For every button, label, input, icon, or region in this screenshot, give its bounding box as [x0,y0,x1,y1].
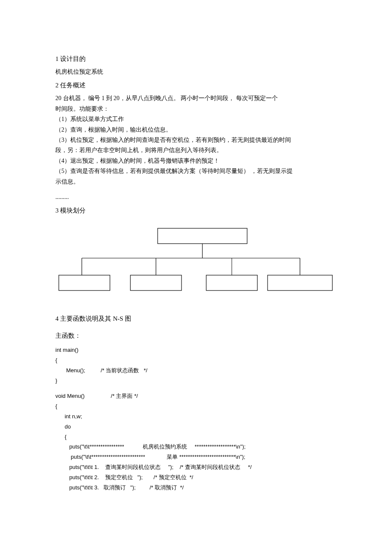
code-line: int n,w; [55,412,337,421]
code-line: Menu(); /* 当前状态函数 */ [55,366,337,375]
section-2-title: 2 任务概述 [55,80,337,90]
code-line: } [55,377,337,385]
req-item-3b: 段，另：若用户在非空时间上机，则将用户信息列入等待列表。 [55,146,337,155]
section-2-lead2: 时间段。功能要求： [55,104,337,114]
req-item-2: （2）查询，根据输入时间，输出机位信息。 [55,125,337,135]
svg-rect-10 [206,275,257,290]
code-line: do [55,423,337,431]
svg-rect-11 [268,275,332,290]
code-line: { [55,402,337,411]
svg-rect-8 [59,275,110,290]
req-item-1: （1）系统以菜单方式工作 [55,115,337,124]
code-line: int main() [55,346,337,355]
svg-rect-9 [130,275,182,290]
main-function-label: 主函数： [55,331,337,341]
code-line: void Menu() /* 主界面 */ [55,392,337,401]
code-line: puts("\t\t**************** 机房机位预约系统 ****… [55,443,337,451]
code-line: { [55,433,337,442]
code-line: puts("\t\t************************* 菜单 *… [55,453,337,462]
code-line: { [55,356,337,365]
module-diagram [55,225,337,302]
section-1-content: 机房机位预定系统 [55,67,337,77]
svg-rect-0 [158,228,247,244]
code-line: puts("\t\t\t 2. 预定空机位 "); /* 预定空机位 */ [55,473,337,482]
req-item-5b: 示信息。 [55,177,337,187]
code-line: puts("\t\t\t 3. 取消预订 "); /* 取消预订 */ [55,483,337,492]
document-page: 1 设计目的 机房机位预定系统 2 任务概述 20 台机器， 编号 1 到 20… [0,0,392,510]
req-item-3a: （3）机位预定，根据输入的时间查询是否有空机位，若有则预约，若无则提供最近的时间 [55,135,337,145]
section-1-title: 1 设计目的 [55,54,337,64]
req-item-5a: （5）查询是否有等待信息，若有则提供最优解决方案（等待时间尽量短） ，若无则显示… [55,167,337,176]
code-line: puts("\t\t\t 1. 查询某时间段机位状态 "); /* 查询某时间段… [55,463,337,472]
section-3-title: 3 模块划分 [55,205,337,216]
section-4-title: 4 主要函数说明及其 N-S 图 [55,313,337,324]
req-item-4: （4）退出预定，根据输入的时间，机器号撤销该事件的预定！ [55,156,337,166]
ellipsis-dots: ......... [55,193,337,202]
section-2-lead: 20 台机器， 编号 1 到 20，从早八点到晚八点。 两小时一个时间段， 每次… [55,94,337,103]
